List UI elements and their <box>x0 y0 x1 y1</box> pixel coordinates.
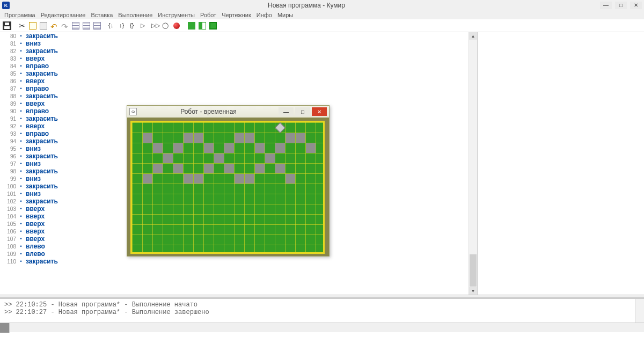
menu-чертежник[interactable]: Чертежник <box>219 11 253 19</box>
line-marker: • <box>18 41 24 46</box>
filled-cell <box>143 174 152 184</box>
save-button[interactable] <box>2 21 12 31</box>
code-text: закрасить <box>24 152 58 160</box>
code-line[interactable]: 86•вверх <box>0 77 469 85</box>
menu-инструменты[interactable]: Инструменты <box>156 11 197 19</box>
code-text: закрасить <box>24 70 58 77</box>
line-marker: • <box>18 191 24 196</box>
robot-minimize-button[interactable]: — <box>279 107 294 116</box>
robot-window[interactable]: ☺ Робот - временная — □ ✕ <box>127 105 330 257</box>
undo-button[interactable]: ↶ <box>49 21 59 31</box>
line-number: 87 <box>0 86 18 92</box>
cut-button[interactable]: ✂ <box>17 21 27 31</box>
vertical-scrollbar[interactable]: ▲ ▼ <box>469 32 477 295</box>
titlebar: K Новая программа - Кумир — □ ✕ <box>0 0 644 10</box>
line-number: 109 <box>0 251 18 257</box>
paste-button[interactable] <box>39 21 48 31</box>
code-line[interactable]: 82•закрасить <box>0 47 469 55</box>
menu-редактирование[interactable]: Редактирование <box>39 11 88 19</box>
step-into-button[interactable]: {} <box>129 21 138 31</box>
line-number: 93 <box>0 131 18 137</box>
maximize-button[interactable]: □ <box>615 2 627 9</box>
menu-программа[interactable]: Программа <box>2 11 38 19</box>
line-number: 95 <box>0 146 18 152</box>
redo-button[interactable]: ↷ <box>60 21 70 31</box>
run-fast-button[interactable]: ▷▷ <box>150 21 160 31</box>
close-button[interactable]: ✕ <box>630 2 642 9</box>
console-scrollbar[interactable] <box>635 299 644 323</box>
line-number: 108 <box>0 244 18 250</box>
code-line[interactable]: 110•закрасить <box>0 258 469 265</box>
scroll-up-icon[interactable]: ▲ <box>469 32 477 40</box>
line-marker: • <box>18 116 24 121</box>
run-button[interactable]: ▷ <box>140 21 149 31</box>
line-marker: • <box>18 86 24 91</box>
scroll-thumb[interactable] <box>470 254 477 287</box>
line-marker: • <box>18 199 24 204</box>
menu-робот[interactable]: Робот <box>198 11 218 19</box>
code-text: вправо <box>24 130 49 137</box>
code-text: вверх <box>24 55 45 62</box>
toggle-c-button[interactable] <box>92 21 102 31</box>
code-line[interactable]: 83•вверх <box>0 55 469 62</box>
code-text: вверх <box>24 77 45 85</box>
step-over-button[interactable]: ↓} <box>118 21 128 31</box>
line-number: 91 <box>0 116 18 122</box>
scroll-down-icon[interactable]: ▼ <box>469 287 477 295</box>
line-number: 100 <box>0 184 18 189</box>
line-marker: • <box>18 63 24 69</box>
robot-titlebar[interactable]: ☺ Робот - временная — □ ✕ <box>127 106 329 118</box>
code-line[interactable]: 85•закрасить <box>0 70 469 77</box>
robot-maximize-button[interactable]: □ <box>295 107 310 116</box>
pause-button[interactable]: ◯ <box>161 21 171 31</box>
line-number: 104 <box>0 214 18 219</box>
code-text: влево <box>24 250 45 258</box>
robot-close-button[interactable]: ✕ <box>312 107 327 116</box>
menu-выполнение[interactable]: Выполнение <box>116 11 155 19</box>
menu-миры[interactable]: Миры <box>275 11 295 19</box>
code-text: закрасить <box>24 115 58 122</box>
code-text: закрасить <box>24 258 58 265</box>
line-marker: • <box>18 48 24 54</box>
line-number: 97 <box>0 161 18 167</box>
copy-button[interactable] <box>28 21 38 31</box>
minimize-button[interactable]: — <box>600 2 612 9</box>
menu-вставка[interactable]: Вставка <box>89 11 115 19</box>
menu-инфо[interactable]: Инфо <box>254 11 274 19</box>
code-text: вверх <box>24 220 45 228</box>
filled-cell <box>306 143 316 153</box>
line-marker: • <box>18 78 24 84</box>
line-number: 81 <box>0 41 18 47</box>
code-text: вверх <box>24 205 45 213</box>
line-number: 85 <box>0 71 18 77</box>
line-marker: • <box>18 161 24 166</box>
world-c-button[interactable] <box>208 21 218 31</box>
world-b-button[interactable] <box>197 21 207 31</box>
line-marker: • <box>18 236 24 241</box>
filled-cell <box>173 143 183 153</box>
code-line[interactable]: 88•закрасить <box>0 92 469 100</box>
toggle-a-button[interactable] <box>71 21 80 31</box>
line-marker: • <box>18 123 24 129</box>
stop-button[interactable] <box>172 21 181 31</box>
toggle-b-button[interactable] <box>82 21 91 31</box>
line-number: 89 <box>0 101 18 107</box>
code-line[interactable]: 81•вниз <box>0 40 469 47</box>
line-marker: • <box>18 251 24 257</box>
step-in-button[interactable]: {↓ <box>107 21 117 31</box>
code-line[interactable]: 80•закрасить <box>0 32 469 40</box>
filled-cell <box>245 133 254 143</box>
status-bar <box>0 323 644 332</box>
line-number: 107 <box>0 236 18 242</box>
line-marker: • <box>18 259 24 264</box>
filled-cell <box>245 174 254 184</box>
world-a-button[interactable] <box>187 21 196 31</box>
code-text: вправо <box>24 107 49 115</box>
code-text: вправо <box>24 62 49 70</box>
code-line[interactable]: 84•вправо <box>0 62 469 70</box>
filled-cell <box>163 153 173 163</box>
line-number: 106 <box>0 229 18 235</box>
robot-grid[interactable] <box>130 121 325 254</box>
line-number: 80 <box>0 33 18 39</box>
code-line[interactable]: 87•вправо <box>0 85 469 92</box>
